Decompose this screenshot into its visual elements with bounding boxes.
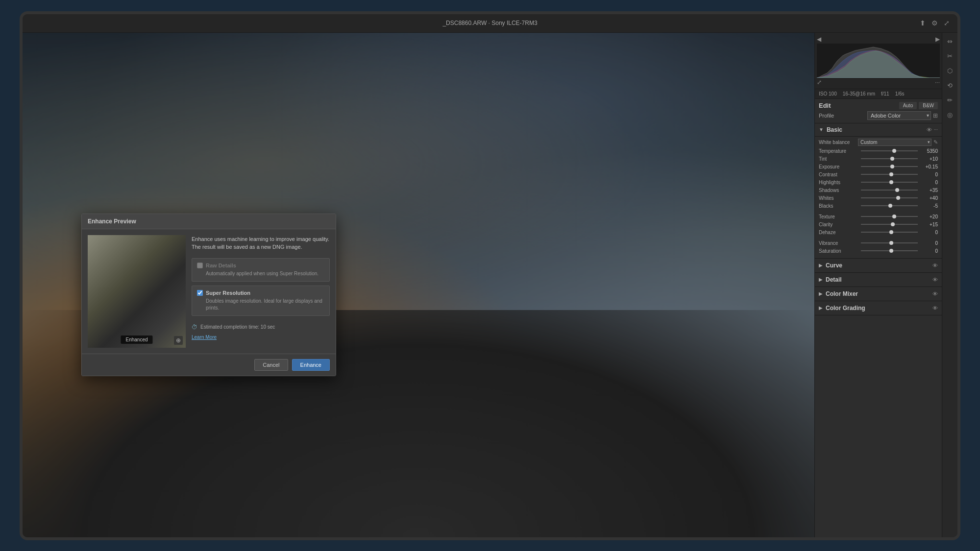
slider-saturation: Saturation 0: [819, 248, 938, 254]
shadows-value: +35: [921, 188, 938, 193]
detail-section[interactable]: ▶ Detail 👁: [815, 273, 942, 287]
tint-thumb[interactable]: [890, 157, 894, 161]
color-mixer-section[interactable]: ▶ Color Mixer 👁: [815, 287, 942, 301]
slider-clarity: Clarity +15: [819, 222, 938, 227]
highlights-thumb[interactable]: [889, 180, 893, 184]
vibrance-value: 0: [921, 240, 938, 246]
mask-tool-icon[interactable]: ⬡: [944, 65, 956, 77]
highlights-value: 0: [921, 180, 938, 185]
vibrance-thumb[interactable]: [889, 241, 893, 245]
main-layout: Enhance Preview Enhanced ⊕ Enha: [23, 33, 957, 537]
crop-tool-icon[interactable]: ⇔: [944, 36, 956, 48]
dehaze-thumb[interactable]: [889, 230, 893, 234]
edit-section: Edit Auto B&W Profile Adobe Color: [815, 99, 942, 123]
photo-area: Enhance Preview Enhanced ⊕ Enha: [23, 33, 814, 537]
exposure-thumb[interactable]: [890, 165, 894, 168]
histogram-area: ◀ ▶: [815, 33, 942, 89]
learn-more-link[interactable]: Learn More: [192, 335, 330, 340]
vibrance-track[interactable]: [861, 242, 918, 243]
edit-buttons: Auto B&W: [899, 102, 938, 109]
blacks-thumb[interactable]: [888, 204, 892, 208]
slider-contrast: Contrast 0: [819, 172, 938, 177]
basic-section-eye-icon[interactable]: 👁: [927, 127, 932, 133]
saturation-thumb[interactable]: [889, 249, 893, 253]
preview-image: [88, 235, 186, 348]
texture-thumb[interactable]: [892, 215, 896, 218]
clarity-label: Clarity: [819, 222, 858, 227]
tint-label: Tint: [819, 156, 858, 162]
dehaze-label: Dehaze: [819, 230, 858, 235]
raw-details-option: Raw Details Automatically applied when u…: [192, 258, 330, 282]
contrast-thumb[interactable]: [889, 172, 893, 176]
dialog-overlay: Enhance Preview Enhanced ⊕ Enha: [23, 33, 814, 537]
vibrance-label: Vibrance: [819, 240, 858, 246]
target-tool-icon[interactable]: ◎: [944, 109, 956, 121]
enhance-button[interactable]: Enhance: [292, 359, 330, 371]
histogram-expand-icon[interactable]: ⤢: [817, 79, 822, 86]
histogram-clip-shadows-icon[interactable]: ◀: [817, 36, 821, 43]
exposure-value: +0.15: [921, 164, 938, 169]
color-grading-eye-icon[interactable]: 👁: [932, 305, 938, 311]
iso-value: ISO 100: [819, 91, 837, 96]
basic-section-header[interactable]: ▼ Basic 👁 ···: [815, 123, 942, 137]
exposure-track[interactable]: [861, 166, 918, 167]
temperature-thumb[interactable]: [892, 149, 896, 153]
texture-track[interactable]: [861, 216, 918, 217]
highlights-track[interactable]: [861, 182, 918, 183]
settings-icon[interactable]: ⚙: [931, 19, 938, 27]
healing-tool-icon[interactable]: ✂: [944, 50, 956, 62]
zoom-icon[interactable]: ⊕: [174, 336, 183, 345]
auto-button[interactable]: Auto: [899, 102, 917, 109]
completion-text: Estimated completion time: 10 sec: [200, 324, 275, 330]
basic-section-more-icon[interactable]: ···: [934, 127, 938, 132]
histogram-options-icon[interactable]: ···: [935, 79, 940, 86]
shadows-thumb[interactable]: [895, 188, 899, 192]
clarity-thumb[interactable]: [891, 222, 895, 226]
contrast-track[interactable]: [861, 174, 918, 175]
whites-label: Whites: [819, 195, 858, 201]
camera-info: ISO 100 16-35@16 mm f/11 1/6s: [815, 89, 942, 99]
slider-highlights: Highlights 0: [819, 180, 938, 185]
histogram-bottom-row: ⤢ ···: [817, 78, 940, 87]
temperature-track[interactable]: [861, 150, 918, 151]
shadows-track[interactable]: [861, 190, 918, 191]
wb-edit-icon[interactable]: ✎: [933, 139, 938, 145]
exposure-label: Exposure: [819, 164, 858, 169]
whites-track[interactable]: [861, 197, 918, 198]
bw-button[interactable]: B&W: [919, 102, 938, 109]
cancel-button[interactable]: Cancel: [254, 359, 288, 371]
export-icon[interactable]: ⬆: [920, 19, 926, 27]
curve-section[interactable]: ▶ Curve 👁: [815, 259, 942, 273]
redeye-tool-icon[interactable]: ⟲: [944, 80, 956, 92]
aperture-value: f/11: [881, 91, 889, 96]
curve-eye-icon[interactable]: 👁: [932, 263, 938, 268]
saturation-track[interactable]: [861, 250, 918, 251]
pen-tool-icon[interactable]: ✏: [944, 95, 956, 106]
whites-thumb[interactable]: [896, 196, 900, 200]
wb-select[interactable]: As Shot Auto Daylight Cloudy Custom: [858, 139, 931, 146]
color-grading-section[interactable]: ▶ Color Grading 👁: [815, 301, 942, 315]
detail-eye-icon[interactable]: 👁: [932, 277, 938, 283]
dehaze-value: 0: [921, 230, 938, 235]
super-resolution-checkbox[interactable]: [197, 290, 203, 296]
profile-grid-icon[interactable]: ⊞: [933, 112, 938, 119]
contrast-label: Contrast: [819, 172, 858, 177]
profile-select-wrap: Adobe Color Adobe Landscape Adobe Portra…: [867, 111, 931, 120]
saturation-value: 0: [921, 248, 938, 254]
tint-track[interactable]: [861, 158, 918, 159]
slider-blacks: Blacks -5: [819, 203, 938, 209]
blacks-track[interactable]: [861, 205, 918, 206]
super-resolution-option: Super Resolution Doubles image resolutio…: [192, 286, 330, 316]
clarity-track[interactable]: [861, 224, 918, 225]
profile-select[interactable]: Adobe Color Adobe Landscape Adobe Portra…: [867, 111, 931, 120]
slider-temperature: Temperature 5350: [819, 148, 938, 154]
color-mixer-eye-icon[interactable]: 👁: [932, 291, 938, 297]
dialog-right-panel: Enhance uses machine learning to improve…: [192, 235, 330, 348]
fullscreen-icon[interactable]: ⤢: [944, 19, 950, 27]
right-panel: ◀ ▶: [814, 33, 942, 537]
temperature-label: Temperature: [819, 148, 858, 154]
histogram-clip-highlights-icon[interactable]: ▶: [935, 36, 940, 43]
dehaze-track[interactable]: [861, 232, 918, 233]
raw-details-checkbox[interactable]: [197, 263, 203, 268]
color-mixer-arrow: ▶: [819, 291, 823, 296]
